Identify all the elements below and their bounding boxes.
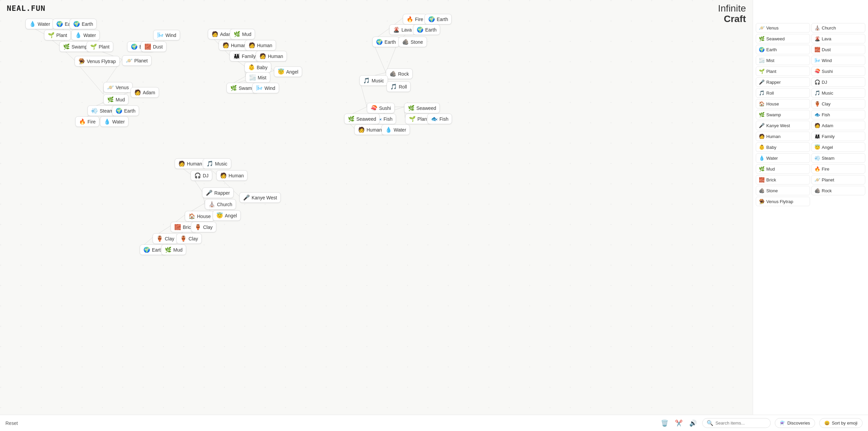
chip-kanye-west[interactable]: 🎤Kanye West — [239, 192, 281, 203]
sidebar-item-mud[interactable]: 🌿Mud — [756, 164, 810, 174]
chip-venus-flytrap[interactable]: 🪤Venus Flytrap — [75, 56, 120, 66]
sidebar-item-planet[interactable]: 🪐Planet — [811, 175, 866, 184]
sidebar-item-human[interactable]: 🧑Human — [756, 132, 810, 141]
chip-human[interactable]: 🧑Human — [216, 170, 248, 181]
sidebar-item-baby[interactable]: 👶Baby — [756, 142, 810, 152]
search-input[interactable] — [715, 420, 766, 426]
chip-fire[interactable]: 🔥Fire — [403, 14, 427, 24]
chip-emoji: 🌿 — [348, 116, 355, 122]
sidebar-item-adam[interactable]: 🧑Adam — [811, 121, 866, 130]
chip-roll[interactable]: 🎵Roll — [387, 81, 411, 92]
chip-planet[interactable]: 🪐Planet — [122, 55, 152, 66]
sidebar-item-clay[interactable]: 🏺Clay — [811, 99, 866, 109]
chip-human[interactable]: 🧑Human — [245, 40, 276, 51]
chip-angel[interactable]: 😇Angel — [213, 210, 241, 221]
sidebar-emoji: 🌬️ — [814, 58, 820, 63]
chip-plant[interactable]: 🌱Plant — [44, 30, 71, 40]
chip-wind[interactable]: 🌬️Wind — [153, 30, 180, 40]
sort-button[interactable]: 😀 Sort by emoji — [819, 418, 863, 428]
chip-mist[interactable]: 🌫️Mist — [245, 72, 270, 83]
chip-water[interactable]: 💧Water — [381, 124, 410, 135]
chip-sushi[interactable]: 🍣Sushi — [367, 103, 395, 113]
sidebar-item-kanye-west[interactable]: 🎤Kanye West — [756, 121, 810, 130]
chip-label: Human — [257, 43, 272, 48]
sidebar-item-water[interactable]: 💧Water — [756, 153, 810, 163]
sidebar-emoji: 🔥 — [814, 166, 820, 172]
sidebar-emoji: 🪤 — [759, 199, 765, 204]
sidebar-item-brick[interactable]: 🧱Brick — [756, 175, 810, 184]
chip-earth[interactable]: 🌍Earth — [70, 19, 97, 29]
sidebar-item-steam[interactable]: 💨Steam — [811, 153, 866, 163]
sidebar-item-family[interactable]: 👨‍👩‍👧Family — [811, 132, 866, 141]
chip-dust[interactable]: 🧱Dust — [141, 41, 166, 52]
chip-stone[interactable]: 🪨Stone — [398, 37, 427, 47]
chip-human[interactable]: 🧑Human — [256, 51, 287, 61]
chip-plant[interactable]: 🌱Plant — [86, 41, 113, 52]
chip-water[interactable]: 💧Water — [100, 116, 129, 127]
sidebar-item-rock[interactable]: 🪨Rock — [811, 186, 866, 195]
sidebar-item-roll[interactable]: 🎵Roll — [756, 88, 810, 98]
sidebar-item-fish[interactable]: 🐟Fish — [811, 110, 866, 119]
sound-button[interactable]: 🔊 — [688, 418, 698, 428]
sidebar-item-seaweed[interactable]: 🌿Seaweed — [756, 34, 810, 43]
chip-label: Lava — [401, 27, 412, 33]
sidebar-item-wind[interactable]: 🌬️Wind — [811, 56, 866, 65]
chip-clay[interactable]: 🏺Clay — [176, 233, 202, 244]
sidebar-item-church[interactable]: ⛪Church — [811, 23, 866, 33]
trash-button[interactable]: 🗑️ — [659, 418, 670, 428]
sidebar-item-venus-flytrap[interactable]: 🪤Venus Flytrap — [756, 197, 810, 206]
chip-lava[interactable]: 🌋Lava — [389, 24, 415, 35]
sidebar-item-fire[interactable]: 🔥Fire — [811, 164, 866, 174]
chip-clay[interactable]: 🏺Clay — [191, 222, 216, 232]
sidebar-item-music[interactable]: 🎵Music — [811, 88, 866, 98]
sidebar-item-house[interactable]: 🏠House — [756, 99, 810, 109]
chip-dj[interactable]: 🎧DJ — [191, 170, 212, 181]
chip-earth[interactable]: 🌍Earth — [425, 14, 452, 24]
chip-church[interactable]: ⛪Church — [205, 199, 236, 210]
chip-water[interactable]: 💧Water — [25, 19, 54, 29]
chip-water[interactable]: 💧Water — [71, 30, 100, 40]
sidebar-item-plant[interactable]: 🌱Plant — [756, 66, 810, 76]
chip-house[interactable]: 🏠House — [185, 211, 214, 221]
chip-emoji: 🎤 — [206, 190, 213, 196]
sidebar-item-earth[interactable]: 🌍Earth — [756, 45, 810, 54]
chip-music[interactable]: 🎵Music — [203, 158, 231, 169]
chip-clay[interactable]: 🏺Clay — [153, 233, 178, 244]
chip-human[interactable]: 🧑Human — [354, 124, 386, 135]
chip-venus[interactable]: 🪐Venus — [103, 82, 133, 93]
chip-wind[interactable]: 🌬️Wind — [252, 83, 279, 93]
chip-rock[interactable]: 🪨Rock — [386, 68, 413, 79]
chip-mud[interactable]: 🌿Mud — [103, 94, 129, 105]
sidebar-item-lava[interactable]: 🌋Lava — [811, 34, 866, 43]
chip-mud[interactable]: 🌿Mud — [161, 244, 186, 255]
reset-button[interactable]: Reset — [5, 420, 18, 426]
sidebar-item-dust[interactable]: 🧱Dust — [811, 45, 866, 54]
chip-earth[interactable]: 🌍Earth — [112, 105, 139, 116]
chip-earth[interactable]: 🌍Earth — [413, 24, 440, 35]
chip-mud[interactable]: 🌿Mud — [230, 29, 255, 39]
chip-rapper[interactable]: 🎤Rapper — [202, 188, 234, 198]
sidebar-item-mist[interactable]: 🌫️Mist — [756, 56, 810, 65]
sidebar-item-rapper[interactable]: 🎤Rapper — [756, 77, 810, 87]
chip-angel[interactable]: 😇Angel — [274, 66, 302, 77]
discoveries-button[interactable]: ⚗️ Discoveries — [775, 418, 815, 428]
chip-seaweed[interactable]: 🌿Seaweed — [344, 114, 380, 124]
undo-button[interactable]: ✂️ — [674, 418, 684, 428]
chip-music[interactable]: 🎵Music — [359, 75, 388, 86]
chip-fire[interactable]: 🔥Fire — [75, 116, 99, 127]
sidebar-item-sushi[interactable]: 🍣Sushi — [811, 66, 866, 76]
sidebar-item-swamp[interactable]: 🌿Swamp — [756, 110, 810, 119]
sidebar-item-dj[interactable]: 🎧DJ — [811, 77, 866, 87]
sidebar-label: Clay — [822, 101, 831, 106]
sidebar-item-venus[interactable]: 🪐Venus — [756, 23, 810, 33]
chip-earth[interactable]: 🌍Earth — [372, 37, 399, 47]
chip-family[interactable]: 👨‍👩‍👧Family — [230, 51, 259, 61]
chip-seaweed[interactable]: 🌿Seaweed — [404, 103, 440, 113]
chip-human[interactable]: 🧑Human — [175, 158, 206, 169]
chip-emoji: 👨‍👩‍👧 — [233, 53, 240, 59]
chip-fish[interactable]: 🐟Fish — [427, 114, 452, 124]
chip-adam[interactable]: 🧑Adam — [131, 87, 159, 98]
sidebar-item-stone[interactable]: 🪨Stone — [756, 186, 810, 195]
sidebar-item-angel[interactable]: 😇Angel — [811, 142, 866, 152]
chip-baby[interactable]: 👶Baby — [244, 62, 271, 73]
